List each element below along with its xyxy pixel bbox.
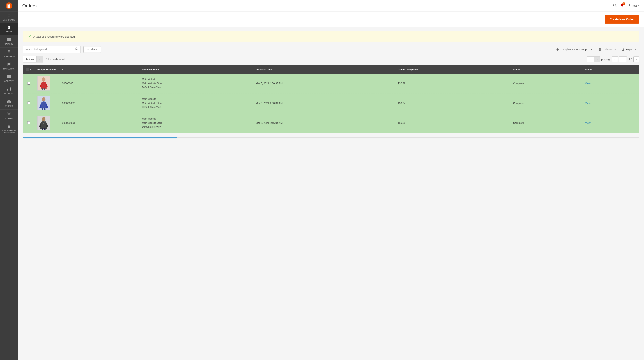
svg-point-30 — [557, 49, 558, 50]
search-input[interactable] — [25, 48, 74, 51]
row-view-link[interactable]: View — [585, 102, 590, 105]
search-submit-icon[interactable] — [75, 47, 78, 52]
product-image-container — [38, 76, 50, 91]
sidebar-item-label: CONTENT — [4, 80, 14, 82]
table-row: 000000001 Main Website Main Website Stor… — [23, 74, 639, 93]
customers-icon — [7, 50, 11, 54]
row-checkbox[interactable] — [27, 102, 30, 104]
row-checkbox[interactable] — [27, 121, 30, 124]
svg-rect-12 — [7, 76, 10, 77]
column-purchase-point: Purchase Point — [139, 65, 253, 74]
sidebar-item-label: FIND PARTNERS & EXTENSIONS — [2, 130, 16, 134]
sidebar-item-partners[interactable]: FIND PARTNERS & EXTENSIONS — [0, 122, 18, 136]
svg-point-24 — [622, 7, 622, 7]
per-page-input[interactable]: 20 — [587, 57, 594, 62]
row-product-image — [34, 93, 59, 113]
svg-rect-5 — [9, 38, 10, 39]
sidebar-item-reports[interactable]: REPORTS — [0, 85, 18, 97]
horizontal-scrollbar[interactable] — [23, 137, 639, 138]
user-name: root — [632, 4, 637, 7]
purchase-point-line3: Default Store View — [142, 86, 161, 89]
column-action: Action — [582, 65, 639, 74]
search-box — [23, 46, 80, 53]
svg-rect-11 — [7, 75, 10, 76]
alert-message: A total of 3 record(s) were updated. — [34, 35, 76, 38]
page-next-button[interactable]: › — [634, 56, 639, 62]
svg-marker-18 — [7, 100, 11, 101]
purchase-point-line1: Main Website — [142, 117, 156, 121]
sidebar-item-stores[interactable]: STORES — [0, 97, 18, 110]
per-page-wrapper: 20 ▼ — [587, 56, 600, 62]
columns-button[interactable]: Columns ▼ — [596, 47, 618, 53]
actions-select-wrapper: Actions ▼ — [23, 56, 43, 62]
system-icon — [7, 112, 11, 116]
table-header-row: ▼ Bought Products ID Purchase Point — [23, 65, 639, 74]
notifications-bell[interactable]: 2 — [620, 4, 624, 8]
create-order-button[interactable]: Create New Order — [605, 15, 639, 24]
page-header: Create New Order — [18, 12, 644, 27]
success-alert: ✓ A total of 3 record(s) were updated. — [23, 31, 639, 42]
purchase-point-line2: Main Website Store — [142, 82, 162, 85]
purchase-point-line2: Main Website Store — [142, 101, 162, 105]
columns-label: Columns — [603, 48, 613, 51]
view-template-button[interactable]: Complete Orders Templ... ▼ — [554, 46, 595, 53]
actions-dropdown-arrow[interactable]: ▼ — [36, 56, 43, 62]
row-checkbox-cell — [23, 93, 34, 113]
export-button[interactable]: Export ▼ — [620, 47, 639, 53]
per-page-dropdown[interactable]: ▼ — [594, 57, 600, 62]
sales-icon: $ — [8, 26, 10, 30]
row-grand-total: $59.00 — [395, 113, 510, 133]
row-order-id: 000000001 — [59, 74, 139, 93]
column-status: Status — [510, 65, 582, 74]
sidebar-item-dashboard[interactable]: ⊙ DASHBOARD — [0, 12, 18, 23]
svg-marker-9 — [8, 62, 10, 65]
check-icon: ✓ — [28, 34, 31, 39]
row-purchase-date: Mar 5, 2021 4:00:34 AM — [253, 93, 395, 113]
svg-line-27 — [77, 49, 78, 50]
svg-rect-7 — [9, 39, 10, 41]
partners-icon — [7, 124, 11, 129]
user-dropdown-icon: ▼ — [638, 5, 640, 7]
filters-button[interactable]: Filters — [84, 46, 101, 53]
column-purchase-date: Purchase Date — [253, 65, 395, 74]
svg-marker-21 — [7, 125, 11, 128]
sidebar-item-catalog[interactable]: CATALOG — [0, 35, 18, 48]
sidebar-item-label: STORES — [5, 105, 13, 107]
page-number-input[interactable]: 1 — [619, 56, 627, 62]
catalog-icon — [7, 37, 11, 42]
search-icon[interactable] — [613, 3, 617, 8]
row-checkbox[interactable] — [27, 82, 30, 85]
filters-label: Filters — [91, 48, 98, 51]
sidebar-item-label: CATALOG — [4, 43, 14, 45]
sidebar-item-system[interactable]: SYSTEM — [0, 110, 18, 122]
svg-point-39 — [42, 97, 45, 101]
svg-point-25 — [629, 4, 630, 6]
svg-rect-6 — [7, 39, 9, 41]
sidebar-item-content[interactable]: CONTENT — [0, 72, 18, 85]
row-view-link[interactable]: View — [585, 82, 590, 85]
sidebar-item-sales[interactable]: $ SALES — [0, 23, 18, 35]
export-dropdown-icon: ▼ — [635, 48, 637, 51]
sidebar-item-customers[interactable]: CUSTOMERS — [0, 48, 18, 60]
actions-select[interactable]: Actions — [23, 56, 36, 62]
row-grand-total: $39.64 — [395, 93, 510, 113]
stores-icon — [7, 99, 11, 104]
purchase-point-line1: Main Website — [142, 77, 156, 81]
sidebar-item-marketing[interactable]: MARKETING — [0, 60, 18, 72]
toolbar-right: Complete Orders Templ... ▼ Columns ▼ Exp… — [554, 46, 639, 53]
orders-table-wrapper: ▼ Bought Products ID Purchase Point — [18, 65, 644, 137]
row-grand-total: $36.39 — [395, 74, 510, 93]
pagination: 20 ▼ per page ‹ 1 of 1 › — [587, 56, 639, 62]
content-icon — [7, 75, 11, 79]
svg-point-22 — [613, 4, 616, 6]
user-menu[interactable]: root ▼ — [628, 4, 640, 8]
row-purchase-point: Main Website Main Website Store Default … — [139, 113, 253, 133]
row-view-link[interactable]: View — [585, 121, 590, 124]
toolbar: Filters Complete Orders Templ... ▼ Colum… — [18, 46, 644, 53]
page-prev-button[interactable]: ‹ — [612, 56, 618, 62]
row-status: Complete — [510, 74, 582, 93]
product-image-container — [38, 116, 50, 130]
sidebar: ⊙ DASHBOARD $ SALES CATALOG CUSTOMERS MA… — [0, 0, 18, 360]
per-page-label: per page — [601, 58, 611, 61]
row-action-cell: View — [582, 74, 639, 93]
